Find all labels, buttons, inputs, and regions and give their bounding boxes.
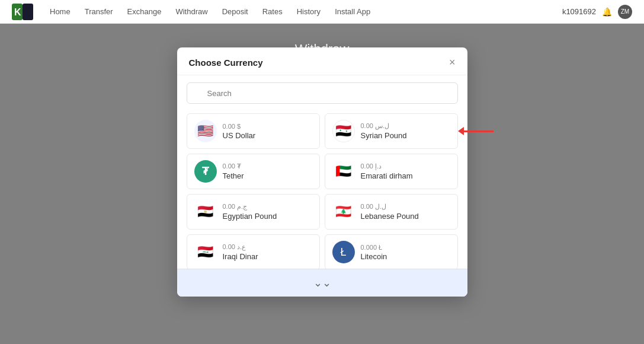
currency-info-ltc: 0.000 ŁLitecoin — [361, 244, 387, 261]
currency-info-uae: 0.00 د.إEmarati dirham — [361, 163, 413, 180]
currency-item-tether[interactable]: ₮0.00 ₮Tether — [187, 154, 320, 189]
currency-amount-lbp: 0.00 ل.ل — [361, 203, 419, 211]
currency-flag-syp: 🇸🇾 — [332, 120, 355, 142]
currency-amount-usd: 0.00 $ — [223, 123, 256, 130]
choose-currency-modal: Choose Currency × 🔍 🇺🇸0.00 $US Dollar🇸🇾0… — [177, 47, 467, 297]
currency-info-usd: 0.00 $US Dollar — [223, 123, 256, 140]
search-container: 🔍 — [177, 75, 467, 109]
arrow-line — [464, 130, 494, 132]
currency-item-lbp[interactable]: 🇱🇧0.00 ل.لLebanese Pound — [325, 194, 458, 230]
modal-title: Choose Currency — [189, 58, 263, 68]
currency-amount-tether: 0.00 ₮ — [223, 163, 244, 170]
currency-name-iqd: Iraqi Dinar — [223, 252, 258, 261]
arrow-head — [458, 127, 464, 135]
currency-flag-ltc: Ł — [332, 241, 355, 263]
currency-amount-egp: 0.00 ج.م — [223, 203, 277, 211]
currency-info-egp: 0.00 ج.مEgyptian Pound — [223, 203, 277, 221]
currency-grid: 🇺🇸0.00 $US Dollar🇸🇾0.00 ل.سSyrian Pound₮… — [177, 109, 467, 269]
currency-item-egp[interactable]: 🇪🇬0.00 ج.مEgyptian Pound — [187, 194, 320, 230]
currency-info-lbp: 0.00 ل.لLebanese Pound — [361, 203, 419, 221]
currency-item-uae[interactable]: 🇦🇪0.00 د.إEmarati dirham — [325, 154, 458, 189]
currency-amount-syp: 0.00 ل.س — [361, 122, 407, 130]
currency-name-uae: Emarati dirham — [361, 171, 413, 180]
modal-header: Choose Currency × — [177, 47, 467, 75]
load-more-button[interactable]: ⌄⌄ — [177, 269, 467, 297]
currency-item-iqd[interactable]: 🇮🇶0.00 ع.دIraqi Dinar — [187, 234, 320, 269]
currency-name-syp: Syrian Pound — [361, 131, 407, 140]
currency-info-iqd: 0.00 ع.دIraqi Dinar — [223, 243, 258, 261]
currency-flag-lbp: 🇱🇧 — [332, 200, 355, 223]
currency-info-tether: 0.00 ₮Tether — [223, 163, 244, 180]
currency-amount-iqd: 0.00 ع.د — [223, 243, 258, 251]
currency-item-usd[interactable]: 🇺🇸0.00 $US Dollar — [187, 113, 320, 149]
currency-info-syp: 0.00 ل.سSyrian Pound — [361, 122, 407, 140]
currency-flag-usd: 🇺🇸 — [194, 120, 217, 142]
currency-item-syp[interactable]: 🇸🇾0.00 ل.سSyrian Pound — [325, 113, 458, 149]
currency-name-tether: Tether — [223, 171, 244, 180]
arrow-indicator — [458, 127, 494, 135]
currency-flag-tether: ₮ — [194, 160, 217, 183]
search-input[interactable] — [187, 82, 458, 104]
currency-name-ltc: Litecoin — [361, 252, 387, 261]
currency-amount-uae: 0.00 د.إ — [361, 163, 413, 170]
currency-amount-ltc: 0.000 Ł — [361, 244, 387, 251]
currency-name-egp: Egyptian Pound — [223, 212, 277, 221]
currency-name-usd: US Dollar — [223, 131, 256, 140]
currency-item-ltc[interactable]: Ł0.000 ŁLitecoin — [325, 234, 458, 269]
currency-flag-egp: 🇪🇬 — [194, 200, 217, 223]
modal-close-button[interactable]: × — [449, 57, 456, 68]
currency-flag-iqd: 🇮🇶 — [194, 241, 217, 263]
currency-flag-uae: 🇦🇪 — [332, 160, 355, 183]
modal-overlay: Choose Currency × 🔍 🇺🇸0.00 $US Dollar🇸🇾0… — [0, 0, 644, 344]
currency-name-lbp: Lebanese Pound — [361, 212, 419, 221]
